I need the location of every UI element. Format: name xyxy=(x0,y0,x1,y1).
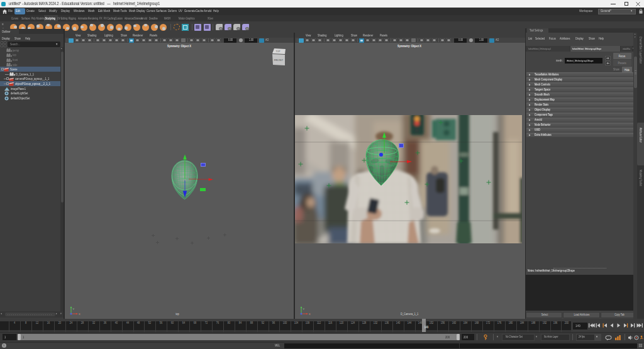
svg-text:FRONT: FRONT xyxy=(274,58,284,62)
svg-text:TOP: TOP xyxy=(276,50,281,53)
svg-text:Y: Y xyxy=(303,307,305,311)
svg-text:X: X xyxy=(309,313,311,316)
svg-text:X: X xyxy=(79,313,80,316)
svg-text:Y: Y xyxy=(73,307,75,311)
